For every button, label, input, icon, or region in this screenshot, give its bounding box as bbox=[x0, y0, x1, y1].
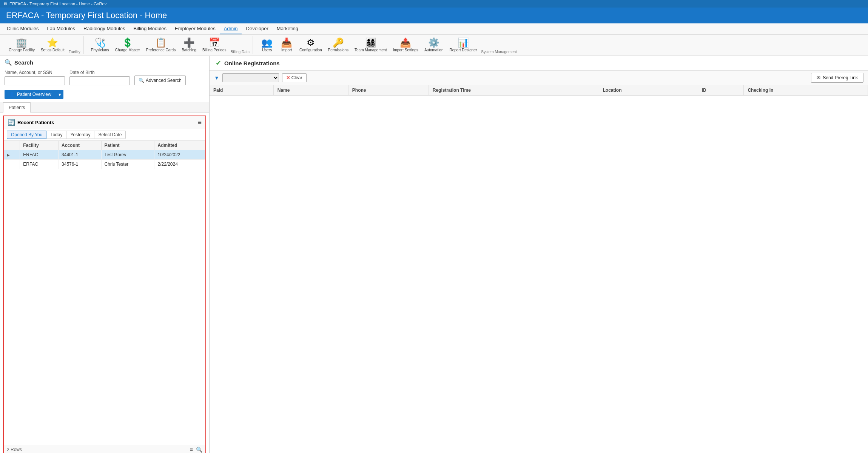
toolbar-btn-preference-cards[interactable]: 📋Preference Cards bbox=[143, 36, 178, 54]
menu-item-admin[interactable]: Admin bbox=[220, 23, 242, 34]
change-facility-label: Change Facility bbox=[9, 48, 35, 52]
preference-cards-icon: 📋 bbox=[155, 38, 167, 47]
recent-patients-label: Recent Patients bbox=[17, 120, 54, 125]
toolbar-group-facility: 🏢Change Facility⭐Set as DefaultFacility bbox=[3, 36, 84, 54]
toolbar: 🏢Change Facility⭐Set as DefaultFacility🩺… bbox=[0, 35, 868, 56]
expand-arrow-icon: ▶ bbox=[7, 153, 10, 157]
toolbar-btn-billing-periods[interactable]: 📅Billing Periods bbox=[200, 36, 229, 54]
patient-cell: Test Gorev bbox=[101, 150, 154, 160]
charge-master-label: Charge Master bbox=[115, 48, 140, 52]
menu-item-radiology-modules[interactable]: Radiology Modules bbox=[80, 23, 129, 34]
menu-item-marketing[interactable]: Marketing bbox=[273, 23, 302, 34]
filter-tabs: Opened By You Today Yesterday Select Dat… bbox=[4, 129, 205, 141]
account-cell: 34401-1 bbox=[59, 150, 101, 160]
import-label: Import bbox=[281, 48, 292, 52]
clear-x-icon: ✕ bbox=[286, 75, 290, 80]
batching-icon: ➕ bbox=[183, 38, 195, 47]
admitted-cell: 10/24/2022 bbox=[154, 150, 205, 160]
toolbar-btn-physicians[interactable]: 🩺Physicians bbox=[88, 36, 112, 54]
filter-tab-opened-by-you[interactable]: Opened By You bbox=[7, 131, 46, 139]
configuration-label: Configuration bbox=[299, 48, 322, 52]
batching-label: Batching bbox=[182, 48, 196, 52]
search-title: 🔍 Search bbox=[5, 59, 205, 66]
search-label: Search bbox=[14, 59, 33, 66]
filter-tab-select-date[interactable]: Select Date bbox=[94, 131, 126, 139]
report-designer-label: Report Designer bbox=[450, 48, 477, 52]
toolbar-btn-charge-master[interactable]: 💲Charge Master bbox=[113, 36, 143, 54]
col-account: Account bbox=[59, 141, 101, 150]
online-registrations-header: ✔ Online Registrations bbox=[210, 56, 868, 71]
permissions-icon: 🔑 bbox=[333, 38, 344, 47]
admitted-cell: 2/22/2024 bbox=[154, 160, 205, 169]
toolbar-btn-import[interactable]: 📥Import bbox=[277, 36, 296, 54]
toolbar-group-label-facility: Facility bbox=[69, 50, 80, 54]
col-admitted: Admitted bbox=[154, 141, 205, 150]
col-expand bbox=[4, 141, 20, 150]
menu-item-lab-modules[interactable]: Lab Modules bbox=[43, 23, 79, 34]
table-row[interactable]: ▶ERFAC34401-1Test Gorev10/24/2022 bbox=[4, 150, 205, 160]
menu-bar: Clinic ModulesLab ModulesRadiology Modul… bbox=[0, 23, 868, 35]
online-reg-icon: ✔ bbox=[216, 59, 221, 67]
app-title: ERFACA - Temporary First Location - Home bbox=[6, 11, 167, 20]
charge-master-icon: 💲 bbox=[122, 38, 133, 47]
search-table-icon[interactable]: 🔍 bbox=[196, 447, 202, 453]
name-input[interactable] bbox=[5, 76, 65, 85]
toolbar-btn-import-settings[interactable]: 📤Import Settings bbox=[390, 36, 421, 54]
table-footer: 2 Rows ≡ 🔍 bbox=[4, 445, 205, 453]
title-bar-text: ERFACA - Temporary First Location - Home… bbox=[9, 2, 106, 6]
toolbar-btn-report-designer[interactable]: 📊Report Designer bbox=[447, 36, 480, 54]
filter-dropdown[interactable] bbox=[222, 73, 279, 82]
patient-overview-button[interactable]: 👤 Patient Overview bbox=[5, 90, 56, 99]
send-prereg-label: Send Prereg Link bbox=[823, 75, 858, 80]
mail-icon: ✉ bbox=[817, 75, 820, 80]
col-registration-time: Registration Time bbox=[429, 85, 599, 96]
toolbar-btn-automation[interactable]: ⚙️Automation bbox=[422, 36, 446, 54]
patients-tab-bar: Patients bbox=[0, 102, 209, 112]
toolbar-btn-team-management[interactable]: 👨‍👩‍👧‍👦Team Management bbox=[352, 36, 390, 54]
toolbar-btn-permissions[interactable]: 🔑Permissions bbox=[325, 36, 351, 54]
menu-item-billing-modules[interactable]: Billing Modules bbox=[130, 23, 170, 34]
favicon-icon: 🖥 bbox=[3, 2, 7, 6]
patient-overview-dropdown-button[interactable]: ▾ bbox=[56, 90, 63, 99]
table-row[interactable]: ERFAC34576-1Chris Tester2/22/2024 bbox=[4, 160, 205, 169]
menu-dots-icon[interactable]: ≡ bbox=[197, 119, 202, 126]
menu-item-clinic-modules[interactable]: Clinic Modules bbox=[3, 23, 43, 34]
toolbar-btn-users[interactable]: 👥Users bbox=[257, 36, 276, 54]
patient-overview-group: 👤 Patient Overview ▾ bbox=[5, 90, 63, 99]
toolbar-btn-change-facility[interactable]: 🏢Change Facility bbox=[6, 36, 37, 54]
name-label: Name, Account, or SSN bbox=[5, 70, 65, 75]
import-icon: 📥 bbox=[281, 38, 292, 47]
advanced-search-button[interactable]: 🔍 Advanced Search bbox=[134, 76, 186, 85]
toolbar-group-label-system-management: System Management bbox=[481, 50, 517, 54]
users-icon: 👥 bbox=[261, 38, 273, 47]
preference-cards-label: Preference Cards bbox=[146, 48, 176, 52]
search-fields: Name, Account, or SSN Date of Birth 🔍 Ad… bbox=[5, 70, 205, 99]
toolbar-btn-configuration[interactable]: ⚙Configuration bbox=[297, 36, 324, 54]
toolbar-btn-batching[interactable]: ➕Batching bbox=[179, 36, 199, 54]
filter-tab-yesterday[interactable]: Yesterday bbox=[66, 131, 94, 139]
recent-patients-title: 🔄 Recent Patients bbox=[8, 119, 54, 126]
online-reg-title: Online Registrations bbox=[224, 60, 280, 66]
tab-patients[interactable]: Patients bbox=[3, 102, 31, 112]
filter-tab-today[interactable]: Today bbox=[46, 131, 66, 139]
title-bar: 🖥 ERFACA - Temporary First Location - Ho… bbox=[0, 0, 868, 8]
clear-button[interactable]: ✕ Clear bbox=[282, 73, 307, 82]
dob-label: Date of Birth bbox=[69, 70, 130, 75]
dob-field-group: Date of Birth bbox=[69, 70, 130, 85]
search-section: 🔍 Search Name, Account, or SSN Date of B… bbox=[0, 56, 209, 102]
menu-item-developer[interactable]: Developer bbox=[242, 23, 272, 34]
toolbar-btn-set-as-default[interactable]: ⭐Set as Default bbox=[38, 36, 67, 54]
list-view-icon[interactable]: ≡ bbox=[190, 447, 193, 453]
patient-cell: Chris Tester bbox=[101, 160, 154, 169]
col-paid: Paid bbox=[210, 85, 273, 96]
menu-item-employer-modules[interactable]: Employer Modules bbox=[171, 23, 219, 34]
send-prereg-button[interactable]: ✉ Send Prereg Link bbox=[811, 73, 863, 83]
users-label: Users bbox=[262, 48, 272, 52]
col-checking-in: Checking In bbox=[744, 85, 868, 96]
adv-search-label: Advanced Search bbox=[146, 78, 182, 83]
refresh-icon: 🔄 bbox=[8, 119, 15, 126]
dob-input[interactable] bbox=[69, 76, 130, 85]
main-content: 🔍 Search Name, Account, or SSN Date of B… bbox=[0, 56, 868, 453]
import-settings-icon: 📤 bbox=[400, 38, 411, 47]
col-name: Name bbox=[273, 85, 348, 96]
